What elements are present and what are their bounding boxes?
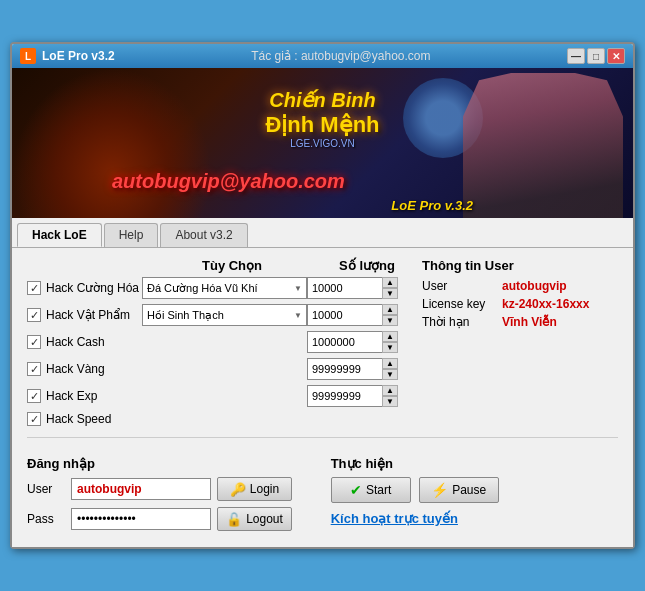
spin-down[interactable]: ▼ [382,369,398,380]
hack-label-vat-pham: Hack Vật Phẩm [27,308,142,322]
number-val-vat-pham[interactable]: 10000 [307,304,382,326]
number-val-exp[interactable]: 99999999 [307,385,382,407]
login-pass-input[interactable] [71,508,211,530]
banner-game-subtitle: Định Mệnh [265,112,379,138]
user-info-title: Thông tin User [422,258,618,273]
hack-name-cuong-hoa: Hack Cường Hóa [46,281,139,295]
select-arrow: ▼ [294,311,302,320]
spin-down[interactable]: ▼ [382,315,398,326]
close-button[interactable]: ✕ [607,48,625,64]
spin-down[interactable]: ▼ [382,396,398,407]
banner-game-title: Chiến Binh [265,88,379,112]
info-user-value: autobugvip [502,279,567,293]
checkbox-speed[interactable] [27,412,41,426]
spin-down[interactable]: ▼ [382,288,398,299]
spin-btns: ▲ ▼ [382,358,398,380]
info-expire-value: Vĩnh Viễn [502,315,557,329]
checkbox-cash[interactable] [27,335,41,349]
app-title: LoE Pro v3.2 [42,49,115,63]
select-vat-pham[interactable]: Hồi Sinh Thạch ▼ [142,304,307,326]
table-row: Hack Vàng 99999999 ▲ ▼ [27,358,412,380]
login-section: Đăng nhập User 🔑 Login Pass 🔓 Logout [27,446,311,537]
number-val-cuong-hoa[interactable]: 10000 [307,277,382,299]
login-user-input[interactable] [71,478,211,500]
banner-character [463,73,623,218]
bottom-area: Đăng nhập User 🔑 Login Pass 🔓 Logout [27,446,618,537]
banner: Chiến Binh Định Mệnh LGE.VIGO.VN autobug… [12,68,633,218]
hack-section: Tùy Chọn Số lượng Hack Cường Hóa Đá Cườn… [27,258,412,431]
checkbox-exp[interactable] [27,389,41,403]
hack-name-cash: Hack Cash [46,335,105,349]
action-row: ✔ Start ⚡ Pause [331,477,615,503]
spin-down[interactable]: ▼ [382,342,398,353]
tab-about[interactable]: About v3.2 [160,223,247,247]
hack-name-vang: Hack Vàng [46,362,105,376]
col-header-soluong: Số lượng [322,258,412,273]
spin-btns: ▲ ▼ [382,277,398,299]
banner-email: autobugvip@yahoo.com [112,170,345,193]
spin-up[interactable]: ▲ [382,385,398,396]
logout-button[interactable]: 🔓 Logout [217,507,292,531]
form-row-user: User 🔑 Login [27,477,311,501]
pause-icon: ⚡ [431,482,448,498]
tab-help[interactable]: Help [104,223,159,247]
banner-dragon-bg [12,68,212,218]
table-row: Hack Speed [27,412,412,426]
spin-up[interactable]: ▲ [382,277,398,288]
spin-btns: ▲ ▼ [382,304,398,326]
hack-label-cuong-hoa: Hack Cường Hóa [27,281,142,295]
spin-btns: ▲ ▼ [382,331,398,353]
hack-label-cash: Hack Cash [27,335,142,349]
banner-game-url: LGE.VIGO.VN [265,138,379,149]
number-field-cash: 1000000 ▲ ▼ [307,331,398,353]
title-bar: L LoE Pro v3.2 Tác giả : autobugvip@yaho… [12,44,633,68]
user-info-section: Thông tin User User autobugvip License k… [422,258,618,431]
checkbox-vang[interactable] [27,362,41,376]
title-bar-controls: — □ ✕ [567,48,625,64]
title-bar-author: Tác giả : autobugvip@yahoo.com [251,49,430,63]
checkbox-cuong-hoa[interactable] [27,281,41,295]
hack-name-vat-pham: Hack Vật Phẩm [46,308,130,322]
number-val-vang[interactable]: 99999999 [307,358,382,380]
number-field-exp: 99999999 ▲ ▼ [307,385,398,407]
number-field-vat-pham: 10000 ▲ ▼ [307,304,398,326]
banner-version: LoE Pro v.3.2 [391,198,473,213]
pause-button[interactable]: ⚡ Pause [419,477,499,503]
main-window: L LoE Pro v3.2 Tác giả : autobugvip@yaho… [10,42,635,549]
minimize-button[interactable]: — [567,48,585,64]
hack-name-speed: Hack Speed [46,412,111,426]
table-row: Hack Cash 1000000 ▲ ▼ [27,331,412,353]
hack-name-exp: Hack Exp [46,389,97,403]
spin-up[interactable]: ▲ [382,358,398,369]
login-button[interactable]: 🔑 Login [217,477,292,501]
start-button[interactable]: ✔ Start [331,477,411,503]
checkbox-vat-pham[interactable] [27,308,41,322]
spin-up[interactable]: ▲ [382,304,398,315]
info-license-value: kz-240xx-16xxx [502,297,589,311]
number-field-cuong-hoa: 10000 ▲ ▼ [307,277,398,299]
hack-table-header: Tùy Chọn Số lượng [142,258,412,273]
spin-btns: ▲ ▼ [382,385,398,407]
activate-link[interactable]: Kích hoạt trực tuyến [331,511,458,526]
number-val-cash[interactable]: 1000000 [307,331,382,353]
select-arrow: ▼ [294,284,302,293]
start-icon: ✔ [350,482,362,498]
hack-label-vang: Hack Vàng [27,362,142,376]
maximize-button[interactable]: □ [587,48,605,64]
form-row-pass: Pass 🔓 Logout [27,507,311,531]
select-cuong-hoa[interactable]: Đá Cường Hóa Vũ Khí ▼ [142,277,307,299]
info-user-label: User [422,279,502,293]
login-pass-label: Pass [27,512,65,526]
action-title: Thực hiện [331,456,615,471]
login-user-label: User [27,482,65,496]
number-field-vang: 99999999 ▲ ▼ [307,358,398,380]
title-bar-left: L LoE Pro v3.2 [20,48,115,64]
tab-hack-loe[interactable]: Hack LoE [17,223,102,247]
hack-label-speed: Hack Speed [27,412,142,426]
table-row: Hack Cường Hóa Đá Cường Hóa Vũ Khí ▼ 100… [27,277,412,299]
activate-link-row: Kích hoạt trực tuyến [331,511,615,526]
spin-up[interactable]: ▲ [382,331,398,342]
tabs-bar: Hack LoE Help About v3.2 [12,218,633,248]
app-icon: L [20,48,36,64]
content-area: Tùy Chọn Số lượng Hack Cường Hóa Đá Cườn… [12,248,633,547]
